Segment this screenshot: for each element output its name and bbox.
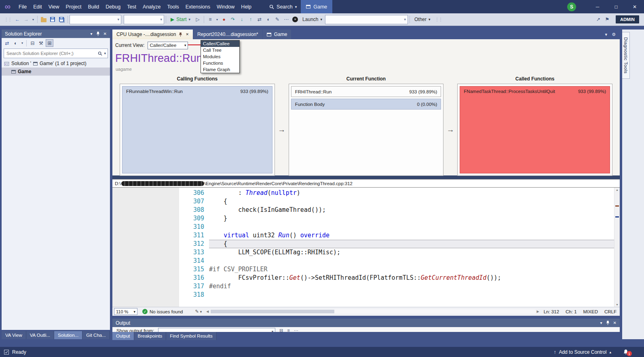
menu-project[interactable]: Project — [63, 0, 85, 13]
code-line[interactable]: 309 } — [179, 214, 614, 223]
panel-tab-breakpoints[interactable]: Breakpoints — [134, 332, 167, 340]
more-options-icon[interactable]: ⋯ — [294, 327, 298, 332]
save-all-icon[interactable] — [57, 15, 65, 23]
navigate-forward-icon[interactable]: → — [22, 15, 30, 23]
scroll-down-icon[interactable]: ▼ — [614, 303, 620, 306]
menu-window[interactable]: Window — [213, 0, 238, 13]
zoom-level-combo[interactable]: 110 % ▾ — [114, 308, 137, 315]
view-option-caller-callee[interactable]: Caller/Callee — [201, 40, 239, 47]
toolbar-grip[interactable]: ⋮⋮ — [4, 17, 11, 22]
start-without-debugging-icon[interactable]: ▷ — [194, 15, 202, 23]
code-line[interactable]: 316 FCsvProfiler::Get()->SetRHIThreadId(… — [179, 274, 614, 282]
background-tasks-icon[interactable] — [4, 350, 9, 355]
clear-output-icon[interactable]: ⊟ — [279, 327, 283, 332]
pin-icon[interactable] — [179, 32, 182, 37]
save-icon[interactable] — [49, 15, 57, 23]
chevron-up-icon[interactable]: ▴ — [609, 350, 611, 354]
panel-tab-git-cha[interactable]: Git Cha... — [82, 331, 110, 339]
menu-edit[interactable]: Edit — [30, 0, 45, 13]
pin-icon[interactable] — [606, 321, 610, 325]
scrollbar-thumb[interactable] — [211, 310, 334, 313]
menu-extensions[interactable]: Extensions — [182, 0, 213, 13]
code-line[interactable]: 311 virtual uint32 Run() override — [179, 231, 614, 240]
solution-platforms-combo[interactable]: ▾ — [124, 15, 164, 24]
panel-tab-solution[interactable]: Solution... — [54, 331, 82, 339]
document-tab-game[interactable]: Game — [263, 30, 291, 39]
close-icon[interactable]: ✕ — [103, 32, 107, 36]
start-debugging-button[interactable]: ▶ Start ▾ — [168, 17, 193, 22]
scroll-left-icon[interactable]: ◀ — [205, 310, 210, 313]
code-line[interactable]: 310 — [179, 223, 614, 231]
launch-target-combo[interactable]: ▾ — [325, 15, 408, 24]
quick-search[interactable]: Search ▾ — [265, 4, 301, 10]
panel-tab-find-symbol-results[interactable]: Find Symbol Results — [166, 332, 216, 340]
open-file-icon[interactable] — [40, 15, 48, 23]
word-wrap-icon[interactable]: ≡ — [287, 327, 290, 332]
called-function-box[interactable]: FNamedTaskThread::ProcessTasksUntilQuit … — [460, 86, 610, 173]
scrollbar-track[interactable] — [210, 309, 535, 314]
swap-panes-icon[interactable]: ⇄ — [255, 15, 264, 23]
preview-selected-items-icon[interactable]: ⊞ — [46, 39, 53, 47]
code-line[interactable]: 307 { — [179, 197, 614, 206]
close-icon[interactable]: ✕ — [613, 321, 617, 325]
tab-list-caret-icon[interactable]: ▾ — [605, 32, 608, 37]
code-vertical-scrollbar[interactable]: ▲ ▼ — [614, 188, 620, 307]
search-icon[interactable] — [98, 51, 102, 56]
navigation-caret-icon[interactable]: ▾ — [31, 15, 35, 23]
panel-tab-va-outli[interactable]: VA Outli... — [26, 331, 54, 339]
menu-help[interactable]: Help — [238, 0, 255, 13]
code-line[interactable]: 312 { — [179, 240, 614, 248]
share-icon[interactable]: ↗ — [594, 15, 602, 23]
menu-build[interactable]: Build — [84, 0, 102, 13]
notifications-button[interactable]: 1 — [623, 349, 629, 355]
diagnostic-tools-tab[interactable]: Diagnostic Tools — [622, 32, 630, 79]
function-body-row[interactable]: Function Body 0 (0.00%) — [291, 99, 441, 110]
code-line[interactable]: 318 — [179, 291, 614, 299]
pin-icon[interactable] — [96, 32, 100, 36]
panel-tab-va-view[interactable]: VA View — [2, 331, 26, 339]
close-button[interactable]: ✕ — [625, 0, 644, 13]
filter-caret-icon[interactable]: ▾ — [20, 39, 24, 47]
calling-function-box[interactable]: FRunnableThreadWin::Run 933 (99.89%) — [122, 86, 272, 173]
current-view-combo[interactable]: Caller/Callee ▾ — [148, 42, 188, 49]
add-to-source-control-button[interactable]: Add to Source Control — [559, 349, 606, 355]
cancel-icon[interactable]: ✕ — [291, 15, 299, 23]
view-option-flame-graph[interactable]: Flame Graph — [201, 66, 239, 73]
solution-configurations-combo[interactable]: ▾ — [70, 15, 121, 24]
document-outline-icon[interactable]: ≡ — [206, 15, 214, 23]
chevron-down-icon[interactable]: ▾ — [600, 321, 602, 325]
solution-explorer-header[interactable]: Solution Explorer ▾ ✕ — [2, 30, 110, 38]
step-out-icon[interactable]: ↑ — [247, 15, 255, 23]
maximize-button[interactable]: □ — [607, 0, 625, 13]
chevron-down-icon[interactable]: ▾ — [104, 51, 106, 55]
output-panel-header[interactable]: Output ▾ ✕ — [112, 319, 620, 327]
show-output-from-combo[interactable]: ▾ — [158, 328, 275, 332]
code-line[interactable]: 308 check(IsInGameThread()); — [179, 206, 614, 214]
gear-icon[interactable]: ⚙ — [612, 32, 616, 37]
properties-icon[interactable]: ⚒ — [37, 39, 45, 47]
panel-tab-output[interactable]: Output — [112, 332, 134, 340]
document-tab-cpu-usage-diagsession[interactable]: CPU Usage -....diagsession✕ — [112, 30, 193, 39]
current-function-row[interactable]: FRHIThread::Run 933 (99.89%) — [291, 86, 441, 97]
pane-splitter[interactable] — [112, 175, 620, 179]
solution-search-box[interactable]: ▾ — [4, 49, 108, 58]
launch-dropdown[interactable]: Launch ▾ — [300, 17, 325, 22]
menu-test[interactable]: Test — [124, 0, 139, 13]
menu-tools[interactable]: Tools — [164, 0, 182, 13]
collapse-all-icon[interactable]: ⊟ — [29, 39, 36, 47]
solution-node[interactable]: Solution 'Game' (1 of 1 project) — [2, 59, 110, 68]
more-commands-icon[interactable]: ⋯ — [282, 15, 290, 23]
menu-debug[interactable]: Debug — [102, 0, 124, 13]
view-option-call-tree[interactable]: Call Tree — [201, 47, 239, 53]
code-line[interactable]: 317#endif — [179, 282, 614, 291]
code-line[interactable]: 306 : Thread(nullptr) — [179, 189, 614, 197]
scroll-right-icon[interactable]: ▶ — [536, 310, 541, 313]
feedback-flag-icon[interactable]: ⚑ — [603, 15, 611, 23]
menu-analyze[interactable]: Analyze — [139, 0, 164, 13]
menu-file[interactable]: File — [15, 0, 30, 13]
code-cleanup-icon[interactable]: ✎▾ — [195, 309, 202, 314]
code-line[interactable]: 313 LLM_SCOPE(ELLMTag::RHIMisc); — [179, 248, 614, 257]
edit-icon[interactable]: ✎ — [273, 15, 281, 23]
run-target-chip[interactable]: Game — [301, 0, 332, 13]
code-coverage-icon[interactable]: ◐ — [264, 15, 272, 23]
